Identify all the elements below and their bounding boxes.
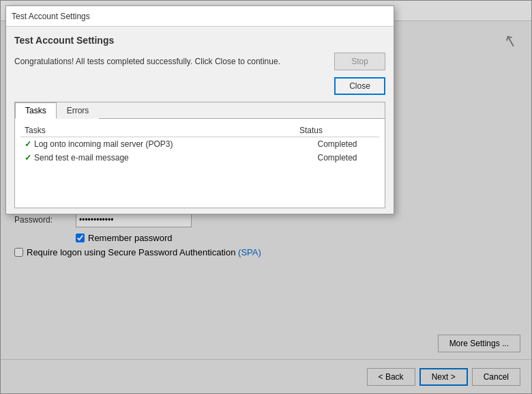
tab-content-tasks: Tasks Status ✓Log onto incoming mail ser… [15,119,385,208]
stop-button[interactable]: Stop [334,53,385,70]
dialog-titlebar: Test Account Settings [6,6,394,27]
check-icon: ✓ [25,139,31,149]
task-status: Completed [295,137,379,152]
tabs-container: Tasks Errors Tasks Status ✓Log onto inco… [14,102,385,208]
task-table: Tasks Status ✓Log onto incoming mail ser… [20,124,379,165]
dialog-window-title: Test Account Settings [12,12,90,21]
test-account-dialog: Test Account Settings Test Account Setti… [5,5,394,214]
tab-errors[interactable]: Errors [57,102,100,119]
task-status: Completed [295,151,379,165]
col-header-status: Status [295,124,379,137]
close-button-area: Close [14,77,385,95]
col-header-tasks: Tasks [20,124,295,137]
check-icon: ✓ [25,153,31,163]
table-row: ✓Send test e-mail message Completed [20,151,379,165]
table-row: ✓Log onto incoming mail server (POP3) Co… [20,137,379,152]
success-bar: Congratulations! All tests completed suc… [14,53,385,70]
tab-tasks[interactable]: Tasks [15,102,57,119]
dialog-title: Test Account Settings [14,35,385,46]
tab-header: Tasks Errors [15,102,385,119]
dialog-content: Test Account Settings Congratulations! A… [6,27,394,214]
close-button[interactable]: Close [334,77,385,95]
task-name: ✓Log onto incoming mail server (POP3) [20,137,295,152]
success-message: Congratulations! All tests completed suc… [14,57,334,66]
task-name: ✓Send test e-mail message [20,151,295,165]
